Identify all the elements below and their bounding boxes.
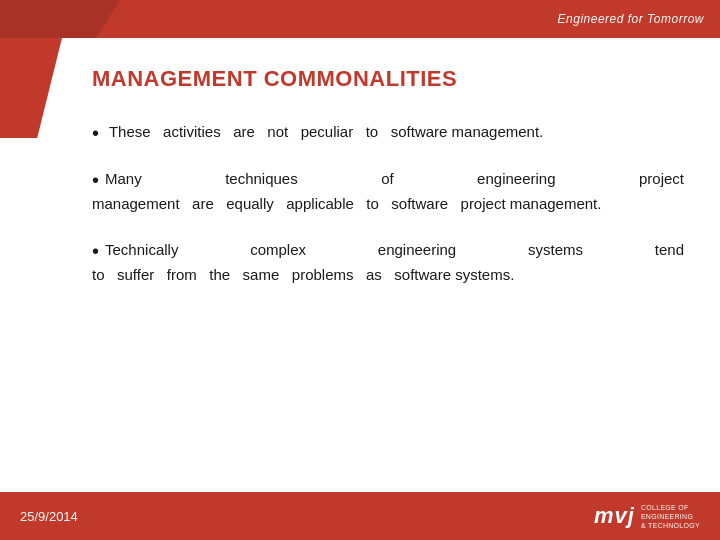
bullet-3-content: Technically complex engineering systems … xyxy=(92,241,684,283)
tagline: Engineered for Tomorrow xyxy=(558,12,704,26)
bullet-3-text: •Technically complex engineering systems… xyxy=(92,238,684,288)
bullet-1-text: • These activities are not peculiar to s… xyxy=(92,120,684,145)
top-bar: Engineered for Tomorrow xyxy=(0,0,720,38)
logo-line-3: & TECHNOLOGY xyxy=(641,522,700,529)
bullet-1-dot: • xyxy=(92,122,99,144)
logo-line-2: ENGINEERING xyxy=(641,513,700,520)
logo-lines: COLLEGE OF ENGINEERING & TECHNOLOGY xyxy=(641,504,700,529)
logo-area: mvj COLLEGE OF ENGINEERING & TECHNOLOGY xyxy=(594,503,700,529)
logo-mvj-text: mvj xyxy=(594,503,635,529)
bottom-bar: 25/9/2014 mvj COLLEGE OF ENGINEERING & T… xyxy=(0,492,720,540)
bullet-2-text: •Many techniques of engineering project … xyxy=(92,167,684,217)
logo-line-1: COLLEGE OF xyxy=(641,504,700,511)
bullet-1: • These activities are not peculiar to s… xyxy=(92,120,684,145)
bullet-3-dot: • xyxy=(92,240,99,262)
bullet-2: •Many techniques of engineering project … xyxy=(92,167,684,217)
bullet-3: •Technically complex engineering systems… xyxy=(92,238,684,288)
bullet-2-content: Many techniques of engineering project m… xyxy=(92,170,684,212)
bullet-1-content: These activities are not peculiar to sof… xyxy=(109,123,543,140)
left-accent-shape xyxy=(0,38,62,138)
date-text: 25/9/2014 xyxy=(20,509,78,524)
slide-title: MANAGEMENT COMMONALITIES xyxy=(92,66,684,92)
bullet-2-dot: • xyxy=(92,169,99,191)
main-content: MANAGEMENT COMMONALITIES • These activit… xyxy=(62,38,720,540)
